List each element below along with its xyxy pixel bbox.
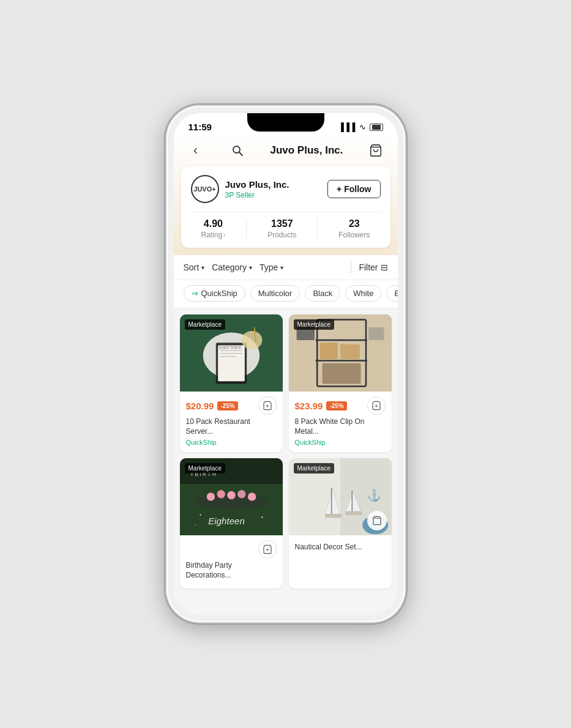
status-icons: ▐▐▐ ∿ — [338, 122, 383, 132]
add-cart-icon — [263, 544, 272, 554]
quickship-label: QuickShip — [186, 439, 277, 446]
price-left: $23.99 -25% — [295, 401, 347, 411]
marketplace-badge: Marketplace — [185, 463, 225, 474]
price-row: $20.99 -25% — [186, 396, 277, 415]
product-info: Birthday Party Decorations... — [180, 535, 283, 589]
seller-left: JUVO+ Juvo Plus, Inc. 3P Seller — [191, 175, 289, 203]
quickship-label: QuickShip — [295, 439, 386, 446]
svg-rect-48 — [345, 511, 362, 516]
svg-point-36 — [200, 514, 201, 516]
product-title: 8 Pack White Clip On Metal... — [295, 417, 386, 436]
svg-text:Eighteen: Eighteen — [208, 516, 245, 526]
svg-rect-23 — [368, 327, 384, 340]
nav-bar: ‹ Juvo Plus, Inc. — [174, 135, 398, 166]
svg-rect-20 — [340, 344, 360, 359]
rating-stat: 4.90 Rating › — [201, 218, 225, 239]
product-title: 10 Pack Restaurant Server... — [186, 417, 277, 436]
product-price: $23.99 — [295, 401, 323, 411]
svg-text:⚓: ⚓ — [367, 488, 381, 502]
product-image-wrap: ⚓ Marketplace — [289, 458, 392, 535]
seller-top: JUVO+ Juvo Plus, Inc. 3P Seller + Follow — [191, 175, 381, 203]
product-title: Nautical Decor Set... — [295, 543, 386, 552]
svg-point-0 — [233, 146, 240, 153]
header-area: ‹ Juvo Plus, Inc. — [174, 135, 398, 255]
svg-point-33 — [237, 490, 245, 498]
cart-icon — [369, 144, 383, 157]
rating-label: Rating › — [201, 231, 225, 239]
svg-rect-19 — [319, 343, 337, 359]
followers-value: 23 — [338, 218, 370, 229]
add-to-cart-button[interactable] — [367, 396, 386, 415]
quickship-icon: ⇒ — [192, 289, 198, 298]
product-title: Birthday Party Decorations... — [186, 561, 277, 580]
price-left: $20.99 -25% — [186, 401, 238, 411]
add-cart-icon — [263, 401, 272, 410]
svg-rect-44 — [330, 488, 332, 516]
tag-quickship[interactable]: ⇒ QuickShip — [184, 285, 245, 302]
rating-chevron: › — [223, 232, 225, 239]
add-to-cart-button[interactable] — [258, 540, 277, 559]
svg-rect-47 — [351, 491, 353, 514]
followers-stat: 23 Followers — [338, 218, 370, 239]
tag-black[interactable]: Black — [305, 285, 340, 302]
svg-point-34 — [247, 492, 255, 500]
category-chevron-icon: ▾ — [249, 264, 252, 271]
svg-point-32 — [227, 491, 235, 499]
seller-stats: 4.90 Rating › 1357 Products 23 F — [191, 212, 381, 239]
seller-type: 3P Seller — [225, 191, 289, 199]
stat-divider-2 — [317, 218, 318, 239]
product-info: $23.99 -25% 8 Pack Whit — [289, 392, 392, 452]
products-stat: 1357 Products — [267, 218, 296, 239]
product-card[interactable]: ⚓ Marketplace — [289, 458, 392, 589]
cart-overlay-icon — [372, 516, 382, 526]
product-card[interactable]: GUEST CHECK Marketplace $20.99 -25% — [180, 314, 283, 452]
svg-rect-45 — [324, 514, 341, 518]
products-value: 1357 — [267, 218, 296, 229]
svg-point-38 — [195, 525, 196, 526]
seller-card: JUVO+ Juvo Plus, Inc. 3P Seller + Follow… — [181, 166, 390, 248]
product-image-wrap: Y B I R T H Eighteen — [180, 458, 283, 535]
tag-brown[interactable]: Brown — [386, 285, 397, 302]
product-card[interactable]: Marketplace $23.99 -25% — [289, 314, 392, 452]
battery-icon — [370, 124, 383, 131]
type-button[interactable]: Type ▾ — [259, 262, 283, 272]
type-chevron-icon: ▾ — [280, 264, 283, 271]
filter-divider — [351, 261, 351, 273]
price-row: $23.99 -25% — [295, 396, 386, 415]
filter-icon: ⊟ — [381, 262, 388, 272]
sort-chevron-icon: ▾ — [201, 264, 204, 271]
product-card[interactable]: Y B I R T H Eighteen — [180, 458, 283, 589]
add-to-cart-button[interactable] — [258, 396, 277, 415]
products-grid: GUEST CHECK Marketplace $20.99 -25% — [174, 308, 398, 595]
svg-text:GUEST CHECK: GUEST CHECK — [218, 346, 241, 349]
svg-point-11 — [241, 331, 262, 349]
scroll-content[interactable]: Sort ▾ Category ▾ Type ▾ Filter ⊟ — [174, 255, 398, 615]
tag-multicolor[interactable]: Multicolor — [250, 285, 300, 302]
rating-value: 4.90 — [201, 218, 225, 229]
search-button[interactable] — [228, 141, 247, 160]
phone-frame: 11:59 ▐▐▐ ∿ ‹ Juvo Plus, Inc. — [166, 106, 405, 622]
follow-button[interactable]: + Follow — [327, 180, 380, 198]
svg-rect-21 — [322, 363, 360, 384]
discount-badge: -25% — [217, 401, 237, 410]
svg-rect-6 — [218, 345, 245, 381]
page-title: Juvo Plus, Inc. — [270, 144, 343, 157]
signal-icon: ▐▐▐ — [338, 122, 356, 132]
price-row — [186, 540, 277, 559]
stat-divider-1 — [246, 218, 247, 239]
marketplace-badge: Marketplace — [294, 463, 334, 474]
filter-button[interactable]: Filter ⊟ — [359, 262, 387, 272]
product-info: Nautical Decor Set... — [289, 535, 392, 561]
tag-white[interactable]: White — [345, 285, 381, 302]
category-button[interactable]: Category ▾ — [212, 262, 252, 272]
tags-row[interactable]: ⇒ QuickShip Multicolor Black White Brown — [174, 280, 398, 308]
cart-button[interactable] — [366, 141, 386, 160]
product-info: $20.99 -25% 10 Pack Res — [180, 392, 283, 452]
products-label: Products — [267, 231, 296, 239]
svg-point-37 — [261, 517, 263, 519]
cart-overlay-button[interactable] — [367, 511, 387, 530]
wifi-icon: ∿ — [359, 122, 366, 132]
sort-button[interactable]: Sort ▾ — [184, 262, 205, 272]
back-button[interactable]: ‹ — [186, 141, 206, 160]
add-cart-icon — [371, 401, 381, 410]
